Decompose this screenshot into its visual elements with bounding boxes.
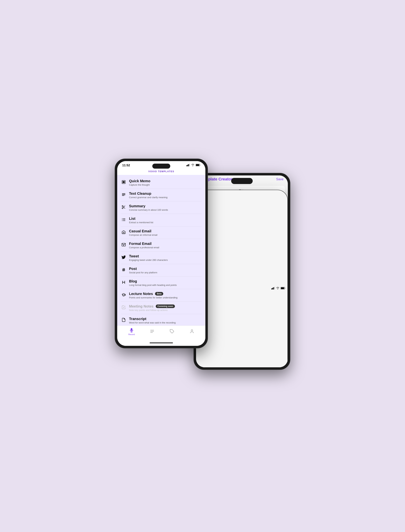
phone1: 11:52	[115, 159, 208, 348]
nav-notes[interactable]	[150, 329, 155, 334]
scissors-icon	[121, 204, 127, 210]
templates-header: VOXIO TEMPLATES	[117, 169, 205, 175]
template-text-list: List Extract a mentioned list	[129, 217, 202, 224]
template-text-meeting-notes: Meeting Notes Comming soon Note key poin…	[129, 304, 202, 311]
template-desc-casual-email: Compose an informal email	[129, 234, 202, 236]
signal-icon-2	[271, 287, 275, 290]
template-desc-lecture-notes: Points and summaries for better understa…	[129, 296, 202, 299]
svg-point-21	[122, 219, 122, 220]
template-item-summary[interactable]: Summary Concise summary in about 100 wor…	[121, 201, 202, 214]
svg-rect-36	[273, 287, 274, 289]
nav-templates[interactable]	[170, 329, 174, 334]
template-name-casual-email: Casual Email	[129, 229, 202, 233]
svg-line-26	[124, 268, 124, 271]
bottom-nav: Record	[117, 326, 205, 340]
template-desc-transcript: Word for word what was said in the recor…	[129, 321, 202, 324]
status-icons	[186, 164, 200, 167]
svg-line-15	[124, 207, 125, 209]
template-item-meeting-notes[interactable]: Meeting Notes Comming soon Note key poin…	[121, 302, 202, 314]
template-text-lecture-notes: Lecture Notes Beta Points and summaries …	[129, 292, 202, 299]
template-desc-text-cleanup: Correct grammar and clarify meaning	[129, 196, 202, 199]
template-text-casual-email: Casual Email Compose an informal email	[129, 229, 202, 236]
template-name-meeting-notes: Meeting Notes	[129, 304, 154, 309]
svg-point-22	[122, 221, 122, 221]
template-name-post: Post	[129, 267, 202, 271]
nav-record[interactable]: Record	[128, 328, 135, 335]
template-desc-tweet: Engaging tweet under 280 characters	[129, 259, 202, 261]
template-name-text-cleanup: Text Cleanup	[129, 191, 202, 196]
template-item-casual-email[interactable]: Casual Email Compose an informal email	[121, 226, 202, 239]
svg-rect-0	[186, 165, 187, 166]
list-icon	[121, 217, 127, 223]
memo-icon	[121, 179, 127, 185]
svg-rect-2	[188, 164, 189, 166]
email-open-icon	[121, 229, 127, 235]
heading-icon	[121, 279, 127, 285]
wifi-icon-2	[276, 287, 280, 290]
signal-icon	[186, 164, 190, 167]
meeting-name-row: Meeting Notes Comming soon	[129, 304, 202, 309]
twitter-icon	[121, 254, 127, 260]
template-item-text-cleanup[interactable]: Text Cleanup Correct grammar and clarify…	[121, 189, 202, 201]
battery-icon-2	[281, 287, 285, 290]
save-button[interactable]: Save	[276, 177, 284, 181]
template-name-quick-memo: Quick Memo	[129, 179, 202, 183]
svg-rect-5	[196, 164, 199, 166]
templates-title: VOXIO TEMPLATES	[117, 170, 205, 173]
template-name-summary: Summary	[129, 204, 202, 208]
template-item-list[interactable]: List Extract a mentioned list	[121, 214, 202, 226]
svg-point-20	[122, 218, 122, 219]
template-text-tweet: Tweet Engaging tweet under 280 character…	[129, 254, 202, 261]
template-item-tweet[interactable]: Tweet Engaging tweet under 280 character…	[121, 251, 202, 264]
template-item-quick-memo[interactable]: Quick Memo Capture the thought	[121, 176, 202, 189]
status-bar-phone2: 22	[196, 190, 288, 367]
template-desc-summary: Concise summary in about 100 words	[129, 209, 202, 211]
template-name-blog: Blog	[129, 279, 202, 283]
text-icon	[121, 192, 127, 197]
hash-icon	[121, 267, 127, 273]
email-check-icon	[121, 242, 127, 248]
home-bar-1	[150, 342, 173, 343]
template-text-quick-memo: Quick Memo Capture the thought	[129, 179, 202, 186]
templates-list[interactable]: Quick Memo Capture the thought	[117, 175, 205, 326]
document-icon	[121, 317, 127, 323]
template-desc-meeting-notes: Note key points and follow-up actions	[129, 309, 202, 311]
template-desc-list: Extract a mentioned list	[129, 221, 202, 224]
template-text-formal-email: Formal Email Compose a profesional email	[129, 242, 202, 249]
template-name-lecture-notes: Lecture Notes	[129, 292, 153, 296]
template-item-transcript[interactable]: Transcript Word for word what was said i…	[121, 314, 202, 326]
template-text-transcript: Transcript Word for word what was said i…	[129, 317, 202, 324]
wifi-icon	[191, 164, 195, 167]
template-text-blog: Blog Long format blog post with heading …	[129, 279, 202, 286]
nav-profile[interactable]	[189, 329, 194, 334]
phone1-content: VOXIO TEMPLATES Quick Memo	[117, 169, 205, 346]
template-name-list: List	[129, 217, 202, 221]
template-desc-post: Social post for any platform	[129, 271, 202, 274]
battery-icon	[196, 164, 200, 167]
dynamic-island-2	[231, 178, 253, 184]
template-text-post: Post Social post for any platform	[129, 267, 202, 274]
home-indicator-1	[117, 340, 205, 346]
template-text-summary: Summary Concise summary in about 100 wor…	[129, 204, 202, 211]
svg-rect-3	[189, 164, 190, 166]
template-desc-quick-memo: Capture the thought	[129, 184, 202, 186]
svg-rect-35	[272, 288, 273, 289]
beta-badge: Beta	[155, 292, 163, 296]
svg-rect-1	[187, 165, 188, 166]
svg-rect-37	[274, 287, 275, 289]
phone2: 22	[194, 173, 290, 370]
template-item-blog[interactable]: Blog Long format blog post with heading …	[121, 276, 202, 289]
handshake-icon	[121, 304, 127, 310]
svg-rect-34	[271, 288, 272, 289]
template-desc-formal-email: Compose a profesional email	[129, 246, 202, 249]
template-item-lecture-notes[interactable]: Lecture Notes Beta Points and summaries …	[121, 289, 202, 302]
template-name-formal-email: Formal Email	[129, 242, 202, 246]
nav-record-label: Record	[128, 333, 135, 335]
template-item-post[interactable]: Post Social post for any platform	[121, 264, 202, 276]
template-desc-blog: Long format blog post with heading and p…	[129, 284, 202, 286]
svg-point-33	[191, 329, 193, 331]
template-name-transcript: Transcript	[129, 317, 202, 321]
svg-rect-7	[123, 181, 125, 183]
template-item-formal-email[interactable]: Formal Email Compose a profesional email	[121, 239, 202, 251]
lecture-name-row: Lecture Notes Beta	[129, 292, 202, 296]
